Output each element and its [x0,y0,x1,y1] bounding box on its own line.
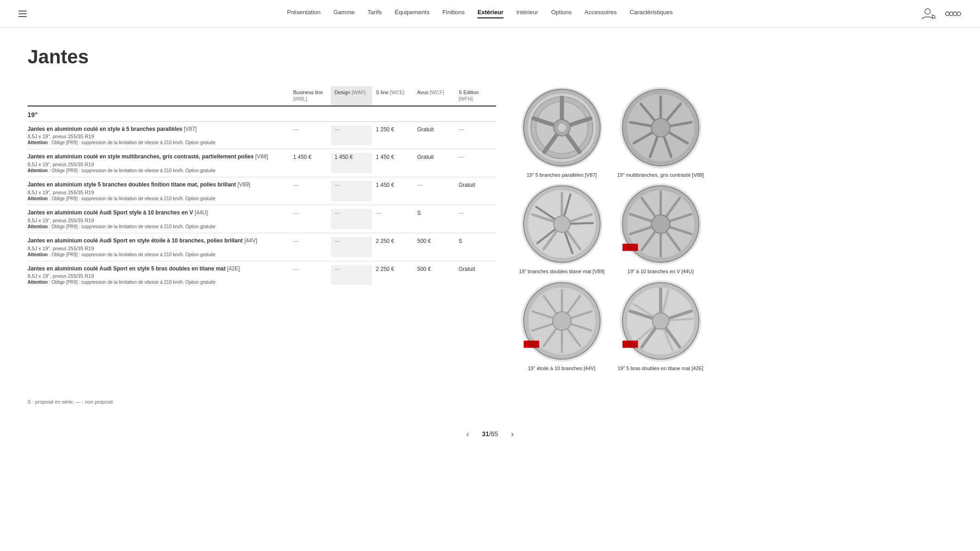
table-row: Jantes en aluminium coulé en style multi… [28,149,496,177]
col-header-2: S line [WCE] [372,86,414,105]
table-row: Jantes en aluminium style 5 branches dou… [28,177,496,205]
wheel-cell-0-2: 1 250 € [372,125,414,146]
wheel-image-label-5: 19" 5 bras doubles en titane mat [42E] [613,365,708,371]
wheel-cell-2-4: Gratuit [455,181,496,201]
wheel-attention: Attention : Oblige [PR9] : suppression d… [28,280,284,285]
table-row: Jantes en aluminium coulé Audi Sport en … [28,233,496,261]
dash-value: — [293,182,299,188]
page-current: 31 [482,430,489,438]
dash-value: — [459,126,464,133]
prev-page-button[interactable]: ‹ [463,427,473,441]
wheel-image-card-5: 19" 5 bras doubles en titane mat [42E] [613,280,708,371]
wheel-attention: Attention : Oblige [PR9] : suppression d… [28,224,284,229]
images-section: 19" 5 branches parallèles [V87] 19" mult… [515,86,708,371]
main-content: Jantes Business line [WBL] Design [WAF] … [0,28,735,390]
wheel-name: Jantes en aluminium coulé en style multi… [28,153,284,161]
wheel-cell-0-4: — [455,125,496,146]
footer-note: S : proposé en série, — : non proposé. [0,390,980,414]
wheel-image-card-4: 19" étoile à 10 branches [44V] [515,280,609,371]
wheel-name: Jantes en aluminium coulé Audi Sport en … [28,265,284,273]
images-grid: 19" 5 branches parallèles [V87] 19" mult… [515,86,708,371]
wheel-cell-5-3: 500 € [414,265,455,285]
hamburger-menu[interactable] [18,11,27,17]
wheel-cell-4-1: — [331,237,372,257]
wheel-info-4: Jantes en aluminium coulé Audi Sport en … [28,237,289,257]
wheel-cell-4-2: 2 250 € [372,237,414,257]
wheel-cell-4-4: S [455,237,496,257]
col-header-3: Avus [WCF] [414,86,455,105]
wheel-image-card-3: 19" à 10 branches en V [44U] [613,183,708,275]
wheel-info-0: Jantes en aluminium coulé en style à 5 b… [28,125,289,146]
wheel-cell-3-3: S [414,209,455,229]
nav-link-options[interactable]: Options [551,9,572,18]
wheel-cell-1-1: 1 450 € [331,153,372,173]
page-title: Jantes [28,46,708,68]
wheel-image-3 [619,183,702,265]
dash-value: — [334,238,340,244]
dash-value: — [459,154,464,160]
audi-logo [945,6,962,22]
wheel-sub: 8,5J x 19", pneus 255/35 R19 [28,218,284,223]
wheel-image-card-1: 19" multibranches, gris contrasté [V88] [613,86,708,178]
wheel-cell-2-3: — [414,181,455,201]
wheel-image-5 [619,280,702,362]
col-header-4: S Edition [WFH] [455,86,496,105]
nav-link-quipements[interactable]: Équipements [395,9,430,18]
wheel-sub: 8,5J x 19", pneus 255/35 R19 [28,273,284,279]
svg-point-54 [651,215,670,234]
dash-value: — [417,182,423,188]
wheel-cell-4-0: — [289,237,331,257]
wheel-cell-0-1: — [331,125,372,146]
wheel-cell-1-2: 1 450 € [372,153,414,173]
wheel-name: Jantes en aluminium style 5 branches dou… [28,181,284,189]
table-section: Business line [WBL] Design [WAF] S line … [28,86,496,371]
nav-link-gamme[interactable]: Gamme [334,9,355,18]
user-icon[interactable] [919,6,936,22]
dash-value: — [334,126,340,133]
nav-link-tarifs[interactable]: Tarifs [368,9,382,18]
wheel-info-5: Jantes en aluminium coulé Audi Sport en … [28,265,289,285]
wheel-info-2: Jantes en aluminium style 5 branches dou… [28,181,289,201]
wheel-cell-0-3: Gratuit [414,125,455,146]
nav-right [919,6,962,22]
page-total: /65 [489,430,498,438]
nav-link-accessoires[interactable]: Accessoires [584,9,617,18]
dash-value: — [293,266,299,272]
dash-value: — [334,266,340,272]
svg-point-4 [949,11,953,15]
wheel-info-1: Jantes en aluminium coulé en style multi… [28,153,289,173]
wheel-image-label-0: 19" 5 branches parallèles [V87] [515,172,609,178]
size-header: 19" [28,106,496,122]
nav-link-finitions[interactable]: Finitions [442,9,465,18]
wheel-image-label-1: 19" multibranches, gris contrasté [V88] [613,172,708,178]
wheel-cell-3-2: — [372,209,414,229]
wheel-image-0 [521,86,603,169]
svg-point-3 [946,11,949,15]
svg-point-0 [925,9,930,14]
wheel-image-card-2: 19" branches doubles titane mat [V89] [515,183,609,275]
wheel-image-2 [521,183,603,265]
wheel-cell-1-4: — [455,153,496,173]
wheel-cell-2-1: — [331,181,372,201]
wheel-name: Jantes en aluminium coulé Audi Sport en … [28,237,284,245]
dash-value: — [376,210,381,216]
wheel-attention: Attention : Oblige [PR9] : suppression d… [28,196,284,201]
nav-links: PrésentationGammeTarifsÉquipementsFiniti… [40,9,919,18]
wheel-cell-3-1: — [331,209,372,229]
nav-link-caractristiques[interactable]: Caractéristiques [629,9,673,18]
col-header-0: Business line [WBL] [289,86,331,105]
svg-line-2 [935,18,936,19]
wheel-rows-container: Jantes en aluminium coulé en style à 5 b… [28,122,496,289]
nav-link-extrieur[interactable]: Extérieur [477,9,503,18]
wheel-image-label-2: 19" branches doubles titane mat [V89] [515,268,609,275]
wheel-sub: 8,5J x 19", pneus 255/35 R19 [28,190,284,195]
nav-link-intrieur[interactable]: Intérieur [516,9,538,18]
wheel-cell-5-1: — [331,265,372,285]
wheel-image-4 [521,280,603,362]
wheel-image-label-3: 19" à 10 branches en V [44U] [613,268,708,275]
wheel-attention: Attention : Oblige [PR9] : suppression d… [28,140,284,145]
wheel-cell-2-2: 1 450 € [372,181,414,201]
next-page-button[interactable]: › [507,427,517,441]
table-row: Jantes en aluminium coulé en style à 5 b… [28,122,496,150]
nav-link-prsentation[interactable]: Présentation [287,9,321,18]
